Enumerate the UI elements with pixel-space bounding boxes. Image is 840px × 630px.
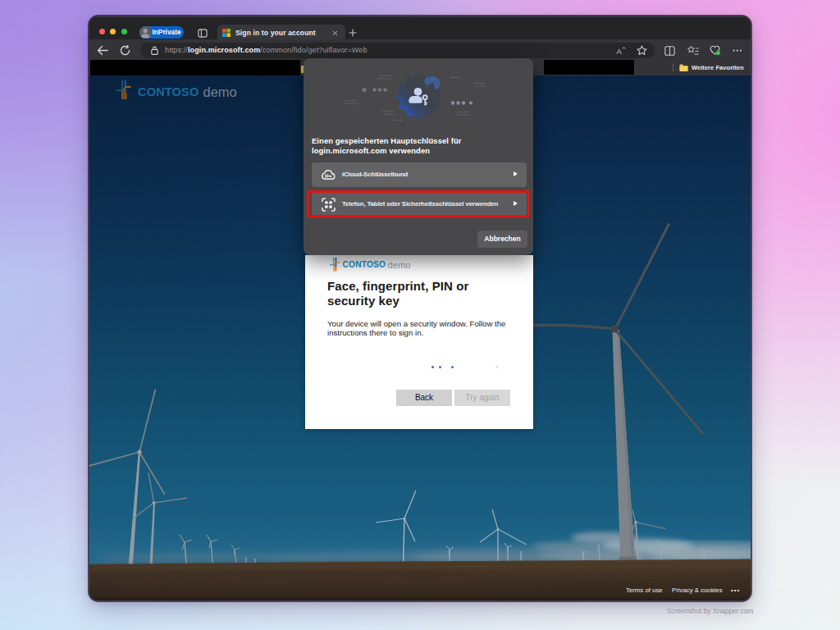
svg-text:A: A [617, 47, 623, 56]
